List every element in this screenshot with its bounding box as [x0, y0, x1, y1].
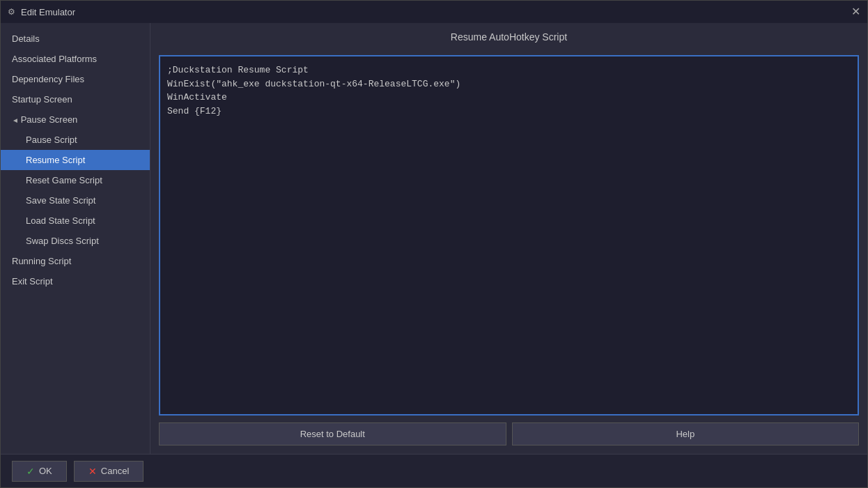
sidebar-item-swap-discs-script[interactable]: Swap Discs Script	[1, 231, 150, 251]
footer: ✓ OK ✕ Cancel	[1, 454, 867, 487]
sidebar-item-pause-screen[interactable]: Pause Screen	[1, 109, 150, 130]
sidebar-item-reset-game-script[interactable]: Reset Game Script	[1, 170, 150, 190]
title-bar: ⚙ Edit Emulator ✕	[1, 1, 867, 23]
help-button[interactable]: Help	[512, 422, 860, 445]
ok-button[interactable]: ✓ OK	[12, 461, 67, 482]
sidebar: Details Associated Platforms Dependency …	[1, 23, 150, 454]
title-bar-left: ⚙ Edit Emulator	[8, 7, 75, 17]
right-panel: Resume AutoHotkey Script Reset to Defaul…	[150, 23, 867, 454]
sidebar-item-details[interactable]: Details	[1, 29, 150, 49]
reset-to-default-button[interactable]: Reset to Default	[159, 422, 506, 445]
bottom-buttons: Reset to Default Help	[159, 422, 859, 445]
sidebar-item-startup-screen[interactable]: Startup Screen	[1, 89, 150, 109]
ok-icon: ✓	[26, 466, 35, 477]
sidebar-item-dependency-files[interactable]: Dependency Files	[1, 69, 150, 89]
cancel-icon: ✕	[88, 466, 97, 477]
sidebar-item-exit-script[interactable]: Exit Script	[1, 271, 150, 291]
window-icon: ⚙	[8, 7, 15, 17]
sidebar-item-resume-script[interactable]: Resume Script	[1, 150, 150, 170]
sidebar-item-save-state-script[interactable]: Save State Script	[1, 190, 150, 211]
sidebar-item-running-script[interactable]: Running Script	[1, 251, 150, 271]
sidebar-item-pause-script[interactable]: Pause Script	[1, 130, 150, 150]
main-content: Details Associated Platforms Dependency …	[1, 23, 867, 454]
cancel-button[interactable]: ✕ Cancel	[74, 461, 144, 482]
ok-label: OK	[39, 466, 52, 476]
window-title: Edit Emulator	[21, 7, 75, 17]
edit-emulator-window: ⚙ Edit Emulator ✕ Details Associated Pla…	[0, 0, 868, 488]
cancel-label: Cancel	[101, 466, 129, 476]
sidebar-item-load-state-script[interactable]: Load State Script	[1, 211, 150, 231]
panel-title: Resume AutoHotkey Script	[159, 31, 859, 48]
sidebar-item-associated-platforms[interactable]: Associated Platforms	[1, 49, 150, 69]
close-button[interactable]: ✕	[851, 6, 860, 17]
script-editor[interactable]	[159, 55, 859, 415]
